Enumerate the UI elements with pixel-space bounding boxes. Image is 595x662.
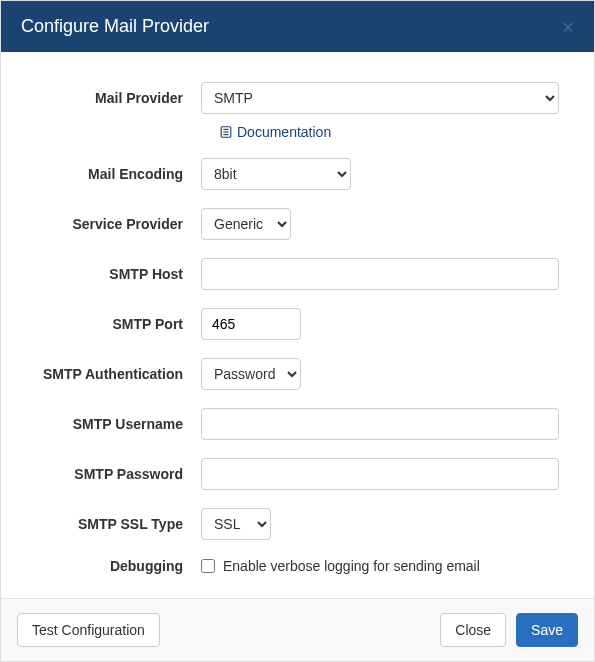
row-smtp-password: SMTP Password [36,458,559,490]
row-service-provider: Service Provider Generic [36,208,559,240]
configure-mail-modal: Configure Mail Provider × Mail Provider … [0,0,595,662]
row-smtp-ssl: SMTP SSL Type SSL [36,508,559,540]
label-smtp-ssl: SMTP SSL Type [36,516,201,532]
modal-body: Mail Provider SMTP Documentation [1,52,594,598]
book-icon [219,125,233,139]
close-button[interactable]: Close [440,613,506,647]
select-mail-encoding[interactable]: 8bit [201,158,351,190]
label-smtp-host: SMTP Host [36,266,201,282]
row-smtp-host: SMTP Host [36,258,559,290]
documentation-link[interactable]: Documentation [219,124,331,140]
checkbox-debugging[interactable] [201,559,215,573]
checkbox-debugging-label: Enable verbose logging for sending email [223,558,480,574]
row-mail-provider: Mail Provider SMTP [36,82,559,114]
label-smtp-port: SMTP Port [36,316,201,332]
row-smtp-auth: SMTP Authentication Password [36,358,559,390]
label-service-provider: Service Provider [36,216,201,232]
close-icon[interactable]: × [562,17,574,37]
documentation-label: Documentation [237,124,331,140]
modal-footer: Test Configuration Close Save [1,598,594,661]
select-smtp-auth[interactable]: Password [201,358,301,390]
input-smtp-password[interactable] [201,458,559,490]
test-configuration-button[interactable]: Test Configuration [17,613,160,647]
input-smtp-username[interactable] [201,408,559,440]
modal-header: Configure Mail Provider × [1,1,594,52]
label-smtp-auth: SMTP Authentication [36,366,201,382]
label-smtp-username: SMTP Username [36,416,201,432]
row-documentation: Documentation [36,124,559,140]
select-service-provider[interactable]: Generic [201,208,291,240]
row-smtp-port: SMTP Port [36,308,559,340]
input-smtp-host[interactable] [201,258,559,290]
select-mail-provider[interactable]: SMTP [201,82,559,114]
modal-title: Configure Mail Provider [21,16,209,37]
label-mail-provider: Mail Provider [36,90,201,106]
row-mail-encoding: Mail Encoding 8bit [36,158,559,190]
input-smtp-port[interactable] [201,308,301,340]
label-smtp-password: SMTP Password [36,466,201,482]
save-button[interactable]: Save [516,613,578,647]
label-mail-encoding: Mail Encoding [36,166,201,182]
label-debugging: Debugging [36,558,201,574]
row-smtp-username: SMTP Username [36,408,559,440]
select-smtp-ssl[interactable]: SSL [201,508,271,540]
row-debugging: Debugging Enable verbose logging for sen… [36,558,559,574]
